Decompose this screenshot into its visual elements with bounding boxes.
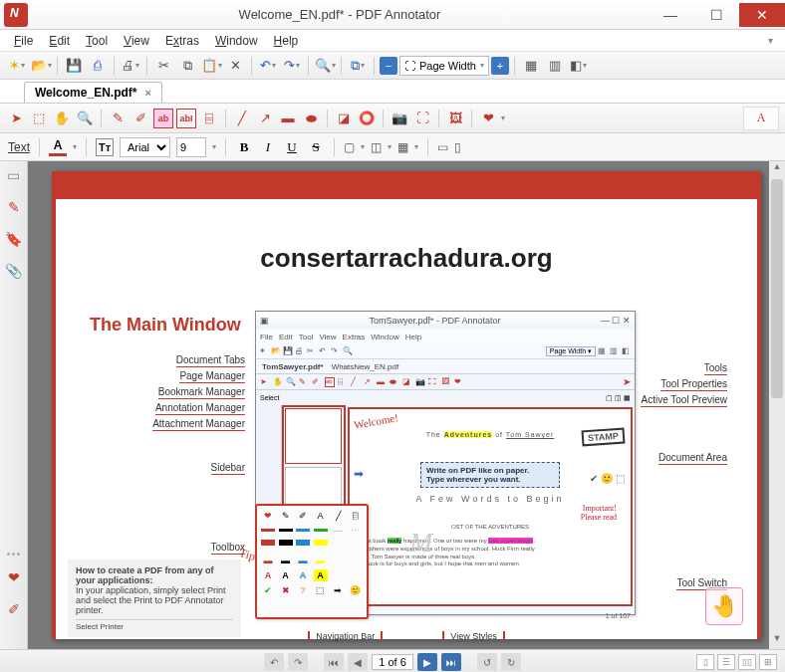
pdf-page: consertarrachadura.org The Main Window D… [52,171,761,639]
line-tool-icon[interactable]: ╱ [232,109,252,128]
label-tool-properties: Tool Properties [660,378,727,391]
font-size-input[interactable] [176,137,206,157]
close-button[interactable]: ✕ [739,3,785,27]
view-continuous-button[interactable]: ☰ [717,654,735,670]
zoom-label: Page Width [419,60,476,72]
sidebar-bookmark-icon[interactable]: 🔖 [4,229,24,249]
favorite-tool-icon[interactable]: ❤ [478,109,498,128]
select-tool-icon[interactable]: ➤ [6,109,26,128]
label-navigation-bar: Navigation Bar [308,631,383,641]
label-sidebar: Sidebar [211,462,245,475]
camera-tool-icon[interactable]: 📷 [390,109,409,128]
save-as-button[interactable]: ⎙ [87,55,109,77]
sidebar-page-icon[interactable]: ▭ [4,165,24,185]
menu-window[interactable]: Window [207,32,266,50]
image-tool-icon[interactable]: 🖼 [445,109,465,128]
nav-first-button[interactable]: ⏮ [324,653,344,671]
vertical-scrollbar[interactable]: ▲ ▼ [769,161,785,649]
undo-button[interactable]: ↶ [257,55,279,77]
crop-tool-icon[interactable]: ⛶ [412,109,432,128]
sidebar-grip-icon[interactable] [7,553,20,556]
page-number[interactable]: 1 of 6 [372,654,413,670]
paste-button[interactable]: 📋 [200,55,222,77]
view-single-button[interactable]: ▯ [696,654,714,670]
copy-button[interactable]: ⧉ [176,55,198,77]
fit-button[interactable]: ▯ [454,140,461,154]
bold-button[interactable]: B [235,139,253,155]
strike-button[interactable]: S [307,139,325,155]
rect-tool-icon[interactable]: ▬ [278,109,298,128]
font-color-button[interactable]: A [49,138,67,156]
font-picker-icon[interactable]: Tт [96,138,114,156]
nav-rotate-left-button[interactable]: ↶ [264,653,284,671]
menu-file[interactable]: File [6,32,41,50]
menu-view[interactable]: View [116,32,157,50]
nav-rotate-right-button[interactable]: ↷ [288,653,308,671]
document-view[interactable]: consertarrachadura.org The Main Window D… [28,161,785,649]
redo-button[interactable]: ↷ [281,55,303,77]
label-annotation-manager: Annotation Manager [155,402,245,415]
eraser-tool-icon[interactable]: ◪ [334,109,354,128]
fill-style-button[interactable]: ▢ [344,140,355,154]
border-color-button[interactable]: ◫ [371,140,382,154]
menu-edit[interactable]: Edit [41,32,78,50]
fill-color-button[interactable]: ▦ [397,140,408,154]
document-tab-label: Welcome_EN.pdf* [35,86,136,100]
ellipse-tool-icon[interactable]: ⬬ [301,109,321,128]
zoom-select[interactable]: ⛶ Page Width ▾ [399,56,489,76]
textbox-tool-icon[interactable]: abI [176,109,196,128]
view-twopage-button[interactable]: ▯▯ [738,654,756,670]
menu-chevron-icon[interactable]: ▾ [760,33,779,48]
snapshot-button[interactable]: ⧉ [347,55,369,77]
align-button[interactable]: ▭ [437,140,448,154]
tip-body: In your application, simply select Print… [76,585,226,615]
sidebar-attachment-icon[interactable]: 📎 [4,261,24,281]
layout3-button[interactable]: ◧ [568,55,590,77]
view-twocont-button[interactable]: ⊞ [759,654,777,670]
marker-tool-icon[interactable]: ✐ [131,109,150,128]
nav-last-button[interactable]: ⏭ [441,653,461,671]
layout2-button[interactable]: ▥ [544,55,566,77]
document-tab-close-icon[interactable]: × [144,87,150,99]
zoom-out-button[interactable]: − [380,57,397,75]
stamp-tool-icon[interactable]: ⌸ [199,109,219,128]
layout1-button[interactable]: ▦ [520,55,542,77]
nested-title: TomSawyer.pdf* - PDF Annotator [269,316,601,326]
save-button[interactable]: 💾 [63,55,85,77]
new-button[interactable]: ✶ [6,55,28,77]
pan-tool-icon[interactable]: ✋ [52,109,72,128]
menu-help[interactable]: Help [266,32,307,50]
open-button[interactable]: 📂 [30,55,52,77]
navigation-bar: ↶ ↷ ⏮ ◀ 1 of 6 ▶ ⏭ ↺ ↻ ▯ ☰ ▯▯ ⊞ [0,649,785,672]
toolbox-panel: ❤✎✐A╱⌸ —⋯ ▬▬▬▬ AAAA ✔✖?⬚➡🙂 [255,504,369,619]
zoom-in-button[interactable]: + [491,57,509,75]
document-tab[interactable]: Welcome_EN.pdf* × [24,82,162,103]
zoom-tool-icon[interactable]: 🔍 [75,109,95,128]
sidebar-marker-icon[interactable]: ✐ [4,599,24,619]
sidebar-heart-icon[interactable]: ❤ [4,567,24,587]
erase-lasso-icon[interactable]: ⭕ [357,109,377,128]
font-family-select[interactable]: Arial [120,137,170,157]
lasso-tool-icon[interactable]: ⬚ [29,109,49,128]
nav-back-button[interactable]: ↺ [477,653,497,671]
underline-button[interactable]: U [283,139,301,155]
delete-button[interactable]: ✕ [224,55,246,77]
nested-property-strip: Select ▢ ◫ ▦ [256,389,635,405]
maximize-button[interactable]: ☐ [693,3,739,27]
text-tool-icon[interactable]: ab [153,109,173,128]
nav-prev-button[interactable]: ◀ [348,653,368,671]
minimize-button[interactable]: — [648,3,693,27]
menu-tool[interactable]: Tool [78,32,116,50]
find-button[interactable]: 🔍 [314,55,336,77]
arrow-tool-icon[interactable]: ↗ [255,109,275,128]
menu-extras[interactable]: Extras [157,32,207,50]
pen-tool-icon[interactable]: ✎ [108,109,128,128]
print-button[interactable]: 🖨 [120,55,141,77]
cut-button[interactable]: ✂ [152,55,174,77]
scrollbar-thumb[interactable] [771,179,783,398]
sidebar-pen-icon[interactable]: ✎ [4,197,24,217]
nav-next-button[interactable]: ▶ [417,653,437,671]
nav-forward-button[interactable]: ↻ [501,653,521,671]
italic-button[interactable]: I [259,139,277,155]
hand-icon[interactable]: 🤚 [705,587,743,625]
